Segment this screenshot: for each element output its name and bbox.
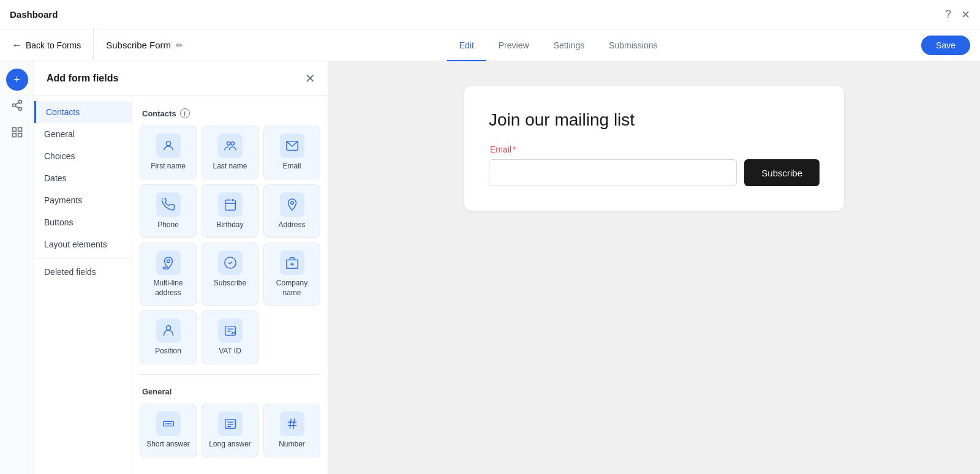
panel-title: Add form fields (47, 73, 118, 84)
panel-close-button[interactable]: ✕ (305, 71, 315, 86)
panel-body: Contacts General Choices Dates Payments … (34, 96, 328, 474)
svg-point-2 (18, 107, 21, 110)
svg-point-11 (230, 142, 234, 146)
svg-point-17 (290, 201, 293, 205)
share-button[interactable] (6, 96, 28, 118)
address-label: Address (278, 220, 305, 230)
category-sidebar: Contacts General Choices Dates Payments … (34, 96, 132, 474)
back-to-forms-label: Back to Forms (26, 40, 81, 50)
navbar: ← Back to Forms Subscribe Form ✏ Edit Pr… (0, 29, 980, 61)
fields-area: Contacts i First name (132, 96, 328, 474)
field-last-name[interactable]: Last name (202, 126, 258, 179)
email-label: Email (282, 162, 301, 171)
svg-line-3 (15, 106, 19, 108)
field-position[interactable]: Position (140, 310, 197, 364)
sidebar-item-general[interactable]: General (34, 123, 132, 145)
svg-point-9 (166, 141, 170, 146)
share-icon (11, 99, 23, 115)
edit-form-name-icon[interactable]: ✏ (176, 40, 183, 50)
first-name-label: First name (151, 162, 186, 171)
icon-sidebar: + (0, 61, 34, 474)
field-company-name[interactable]: Company name (263, 243, 320, 306)
field-long-answer[interactable]: Long answer (202, 404, 258, 457)
help-icon[interactable]: ? (945, 8, 951, 21)
svg-rect-7 (12, 133, 16, 137)
address-icon (280, 192, 304, 217)
tab-edit[interactable]: Edit (447, 29, 486, 61)
vat-id-label: VAT ID (219, 347, 241, 356)
app-title: Dashboard (10, 9, 58, 20)
navbar-tabs: Edit Preview Settings Submissions (447, 29, 670, 61)
contacts-info-icon[interactable]: i (180, 108, 190, 118)
first-name-icon (156, 134, 181, 158)
svg-rect-8 (18, 133, 21, 137)
tab-settings[interactable]: Settings (541, 29, 597, 61)
back-to-forms-link[interactable]: ← Back to Forms (0, 29, 94, 61)
sidebar-item-payments[interactable]: Payments (34, 189, 132, 211)
birthday-icon (218, 192, 243, 217)
form-card: Join our mailing list Email* Subscribe (464, 86, 844, 211)
back-arrow-icon: ← (12, 40, 22, 51)
position-label: Position (155, 347, 181, 356)
main-layout: + Add form fields ✕ Contacts General Cho… (0, 61, 980, 474)
topbar-icons: ? ✕ (945, 8, 970, 21)
subscribe-button[interactable]: Subscribe (744, 159, 820, 186)
field-number[interactable]: Number (263, 404, 320, 457)
long-answer-label: Long answer (209, 440, 251, 450)
last-name-label: Last name (213, 162, 247, 171)
short-answer-label: Short answer (146, 440, 190, 450)
close-icon[interactable]: ✕ (961, 8, 970, 21)
svg-point-18 (167, 260, 170, 263)
layout-button[interactable] (6, 122, 28, 145)
email-input[interactable] (489, 159, 737, 186)
navbar-left: ← Back to Forms Subscribe Form ✏ (0, 29, 195, 61)
tab-preview[interactable]: Preview (486, 29, 541, 61)
required-marker: * (513, 145, 516, 154)
short-answer-icon (156, 412, 181, 436)
sidebar-item-contacts[interactable]: Contacts (34, 101, 132, 123)
number-label: Number (279, 440, 305, 450)
tab-submissions[interactable]: Submissions (597, 29, 669, 61)
svg-point-25 (166, 326, 170, 330)
contacts-fields-grid: First name Last name Email (140, 126, 320, 364)
general-section-title: General (140, 385, 320, 404)
sidebar-item-layout[interactable]: Layout elements (34, 233, 132, 255)
svg-rect-6 (18, 127, 21, 131)
subscribe-icon (218, 250, 243, 275)
birthday-label: Birthday (216, 220, 243, 230)
phone-icon (156, 192, 181, 217)
long-answer-icon (218, 412, 243, 436)
multiline-address-label: Multi-line address (145, 279, 191, 298)
form-row: Subscribe (489, 159, 820, 186)
field-phone[interactable]: Phone (140, 184, 197, 238)
field-subscribe[interactable]: Subscribe (202, 243, 258, 306)
svg-point-1 (12, 103, 15, 107)
multiline-address-icon (156, 250, 181, 275)
save-button[interactable]: Save (921, 36, 970, 55)
sidebar-item-buttons[interactable]: Buttons (34, 211, 132, 233)
svg-line-37 (290, 419, 291, 429)
number-icon (280, 412, 304, 436)
subscribe-label: Subscribe (214, 279, 246, 288)
contacts-label: Contacts (142, 109, 176, 118)
layout-icon (11, 126, 23, 141)
sidebar-item-choices[interactable]: Choices (34, 145, 132, 167)
field-address[interactable]: Address (263, 184, 320, 238)
sidebar-item-dates[interactable]: Dates (34, 167, 132, 189)
svg-rect-13 (225, 200, 235, 210)
phone-label: Phone (157, 220, 179, 230)
field-birthday[interactable]: Birthday (202, 184, 258, 238)
sidebar-item-deleted[interactable]: Deleted fields (34, 261, 132, 283)
company-name-icon (280, 250, 304, 275)
field-vat-id[interactable]: VAT ID (202, 310, 258, 364)
field-short-answer[interactable]: Short answer (140, 404, 197, 457)
field-first-name[interactable]: First name (140, 126, 197, 179)
field-multiline-address[interactable]: Multi-line address (140, 243, 197, 306)
svg-rect-26 (225, 326, 235, 336)
form-name-label: Subscribe Form (106, 40, 171, 50)
general-fields-grid: Short answer Long answer Num (140, 404, 320, 457)
add-button[interactable]: + (6, 69, 28, 91)
email-field-label: Email* (489, 145, 820, 154)
field-email[interactable]: Email (263, 126, 320, 179)
last-name-icon (218, 134, 243, 158)
